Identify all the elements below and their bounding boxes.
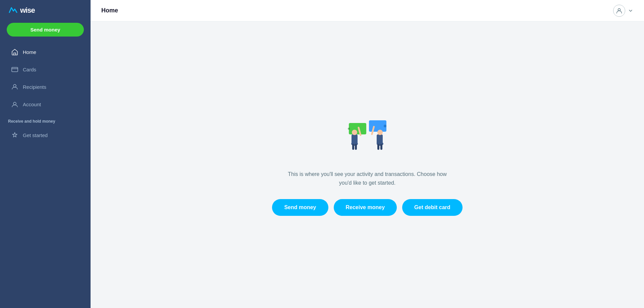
svg-point-5 [348,128,350,130]
home-icon [11,49,18,55]
svg-point-8 [352,130,357,135]
svg-rect-17 [377,144,379,150]
chevron-down-icon [628,8,633,13]
illustration-svg [330,114,404,161]
svg-rect-10 [355,144,357,150]
wise-logo-text: wise [20,6,35,15]
sidebar-item-account[interactable]: Account [3,96,87,112]
cards-icon [11,66,18,73]
svg-point-16 [377,130,383,135]
user-avatar [613,5,625,17]
receive-money-button[interactable]: Receive money [334,199,397,216]
sidebar-item-get-started-label: Get started [23,132,48,138]
svg-rect-0 [12,67,18,72]
sidebar-item-recipients-label: Recipients [23,84,46,90]
sidebar-item-cards[interactable]: Cards [3,61,87,77]
svg-rect-18 [380,144,382,150]
send-money-sidebar-button[interactable]: Send money [7,23,84,37]
action-buttons: Send money Receive money Get debit card [272,199,462,216]
recipients-icon [11,83,18,90]
sidebar-item-get-started[interactable]: Get started [3,127,87,143]
sidebar-item-home-label: Home [23,49,36,55]
illustration [330,114,404,161]
description-text: This is where you'll see your activity a… [287,170,448,187]
logo: wise [0,0,91,21]
svg-rect-15 [377,134,383,144]
wise-logo-icon [8,6,17,14]
header: Home [91,0,644,21]
send-money-button[interactable]: Send money [272,199,328,216]
person-icon [616,8,622,14]
sidebar-item-recipients[interactable]: Recipients [3,79,87,95]
main-area: Home [91,0,644,308]
wise-logo: wise [8,6,35,15]
section-label: Receive and hold money [0,113,91,126]
sidebar-item-home[interactable]: Home [3,44,87,60]
svg-rect-9 [352,144,354,150]
sidebar: wise Send money Home Cards Recipients Ac… [0,0,91,308]
sparkle-icon [11,132,18,138]
svg-point-13 [384,125,386,127]
svg-point-1 [13,84,16,87]
sidebar-item-cards-label: Cards [23,67,36,72]
content-area: This is where you'll see your activity a… [91,21,644,308]
user-menu[interactable] [613,5,633,17]
svg-rect-7 [352,134,358,144]
sidebar-item-account-label: Account [23,102,41,107]
svg-point-2 [13,102,16,105]
account-icon [11,101,18,108]
svg-rect-4 [349,123,366,134]
get-debit-card-button[interactable]: Get debit card [402,199,463,216]
page-title: Home [101,7,118,14]
